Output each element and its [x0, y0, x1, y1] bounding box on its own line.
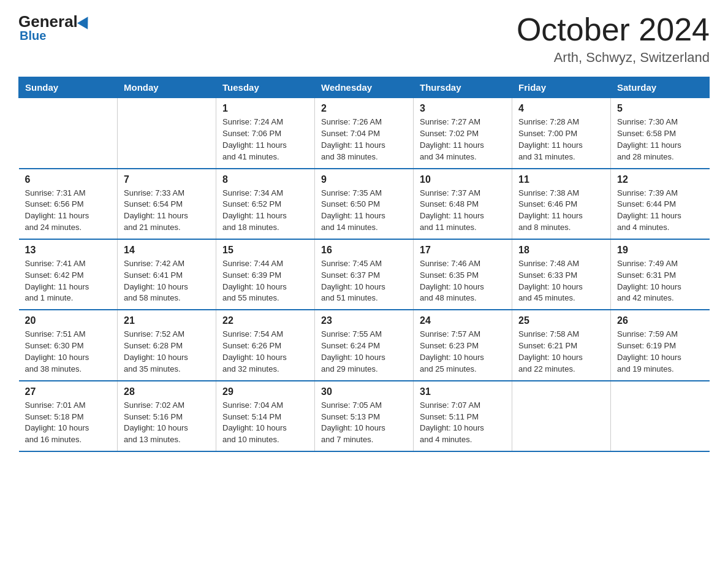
day-number: 22	[222, 315, 308, 326]
calendar-cell: 12Sunrise: 7:39 AMSunset: 6:44 PMDayligh…	[611, 169, 710, 239]
day-number: 20	[25, 315, 112, 326]
day-info: Sunrise: 7:33 AMSunset: 6:54 PMDaylight:…	[124, 188, 210, 234]
day-info: Sunrise: 7:37 AMSunset: 6:48 PMDaylight:…	[420, 188, 506, 234]
calendar-cell	[611, 381, 710, 451]
calendar-cell: 7Sunrise: 7:33 AMSunset: 6:54 PMDaylight…	[118, 169, 216, 239]
calendar-cell: 8Sunrise: 7:34 AMSunset: 6:52 PMDaylight…	[216, 169, 315, 239]
calendar-cell: 16Sunrise: 7:45 AMSunset: 6:37 PMDayligh…	[315, 239, 414, 310]
day-number: 24	[420, 315, 506, 326]
calendar-cell: 2Sunrise: 7:26 AMSunset: 7:04 PMDaylight…	[315, 98, 414, 169]
day-number: 30	[321, 386, 407, 397]
day-number: 5	[617, 103, 703, 114]
calendar-table: SundayMondayTuesdayWednesdayThursdayFrid…	[18, 77, 710, 452]
calendar-cell: 1Sunrise: 7:24 AMSunset: 7:06 PMDaylight…	[216, 98, 315, 169]
logo: General Blue	[18, 12, 91, 43]
day-info: Sunrise: 7:04 AMSunset: 5:14 PMDaylight:…	[222, 400, 308, 446]
calendar-week-row: 6Sunrise: 7:31 AMSunset: 6:56 PMDaylight…	[19, 169, 710, 239]
day-number: 11	[518, 174, 604, 185]
calendar-cell: 13Sunrise: 7:41 AMSunset: 6:42 PMDayligh…	[19, 239, 118, 310]
day-info: Sunrise: 7:46 AMSunset: 6:35 PMDaylight:…	[420, 258, 506, 304]
calendar-cell: 25Sunrise: 7:58 AMSunset: 6:21 PMDayligh…	[512, 310, 611, 380]
day-number: 6	[25, 174, 112, 185]
calendar-cell: 23Sunrise: 7:55 AMSunset: 6:24 PMDayligh…	[315, 310, 414, 380]
calendar-cell: 30Sunrise: 7:05 AMSunset: 5:13 PMDayligh…	[315, 381, 414, 451]
day-info: Sunrise: 7:02 AMSunset: 5:16 PMDaylight:…	[124, 400, 210, 446]
day-info: Sunrise: 7:24 AMSunset: 7:06 PMDaylight:…	[222, 117, 308, 163]
location-text: Arth, Schwyz, Switzerland	[517, 50, 710, 66]
calendar-cell: 31Sunrise: 7:07 AMSunset: 5:11 PMDayligh…	[414, 381, 512, 451]
calendar-week-row: 27Sunrise: 7:01 AMSunset: 5:18 PMDayligh…	[19, 381, 710, 451]
calendar-cell	[512, 381, 611, 451]
calendar-cell: 14Sunrise: 7:42 AMSunset: 6:41 PMDayligh…	[118, 239, 216, 310]
day-number: 3	[420, 103, 506, 114]
logo-blue-text: Blue	[20, 29, 46, 43]
day-number: 29	[222, 386, 308, 397]
column-header-saturday: Saturday	[611, 77, 710, 98]
day-number: 2	[321, 103, 407, 114]
day-number: 16	[321, 245, 407, 256]
calendar-cell: 4Sunrise: 7:28 AMSunset: 7:00 PMDaylight…	[512, 98, 611, 169]
day-info: Sunrise: 7:44 AMSunset: 6:39 PMDaylight:…	[222, 258, 308, 304]
calendar-cell	[118, 98, 216, 169]
day-number: 23	[321, 315, 407, 326]
day-info: Sunrise: 7:55 AMSunset: 6:24 PMDaylight:…	[321, 329, 407, 375]
day-number: 12	[617, 174, 703, 185]
day-number: 1	[222, 103, 308, 114]
calendar-cell: 18Sunrise: 7:48 AMSunset: 6:33 PMDayligh…	[512, 239, 611, 310]
calendar-week-row: 1Sunrise: 7:24 AMSunset: 7:06 PMDaylight…	[19, 98, 710, 169]
calendar-cell: 26Sunrise: 7:59 AMSunset: 6:19 PMDayligh…	[611, 310, 710, 380]
day-info: Sunrise: 7:39 AMSunset: 6:44 PMDaylight:…	[617, 188, 703, 234]
calendar-cell	[19, 98, 118, 169]
calendar-cell: 15Sunrise: 7:44 AMSunset: 6:39 PMDayligh…	[216, 239, 315, 310]
day-info: Sunrise: 7:51 AMSunset: 6:30 PMDaylight:…	[25, 329, 112, 375]
day-info: Sunrise: 7:34 AMSunset: 6:52 PMDaylight:…	[222, 188, 308, 234]
column-header-wednesday: Wednesday	[315, 77, 414, 98]
day-info: Sunrise: 7:30 AMSunset: 6:58 PMDaylight:…	[617, 117, 703, 163]
calendar-header-row: SundayMondayTuesdayWednesdayThursdayFrid…	[19, 77, 710, 98]
day-number: 10	[420, 174, 506, 185]
day-info: Sunrise: 7:27 AMSunset: 7:02 PMDaylight:…	[420, 117, 506, 163]
calendar-cell: 11Sunrise: 7:38 AMSunset: 6:46 PMDayligh…	[512, 169, 611, 239]
day-number: 28	[124, 386, 210, 397]
day-number: 9	[321, 174, 407, 185]
column-header-monday: Monday	[118, 77, 216, 98]
calendar-cell: 29Sunrise: 7:04 AMSunset: 5:14 PMDayligh…	[216, 381, 315, 451]
day-info: Sunrise: 7:35 AMSunset: 6:50 PMDaylight:…	[321, 188, 407, 234]
day-info: Sunrise: 7:31 AMSunset: 6:56 PMDaylight:…	[25, 188, 112, 234]
day-number: 13	[25, 245, 112, 256]
day-number: 18	[518, 245, 604, 256]
day-info: Sunrise: 7:07 AMSunset: 5:11 PMDaylight:…	[420, 400, 506, 446]
day-number: 14	[124, 245, 210, 256]
calendar-cell: 3Sunrise: 7:27 AMSunset: 7:02 PMDaylight…	[414, 98, 512, 169]
day-number: 27	[25, 386, 112, 397]
column-header-friday: Friday	[512, 77, 611, 98]
calendar-cell: 19Sunrise: 7:49 AMSunset: 6:31 PMDayligh…	[611, 239, 710, 310]
calendar-week-row: 13Sunrise: 7:41 AMSunset: 6:42 PMDayligh…	[19, 239, 710, 310]
calendar-week-row: 20Sunrise: 7:51 AMSunset: 6:30 PMDayligh…	[19, 310, 710, 380]
day-info: Sunrise: 7:48 AMSunset: 6:33 PMDaylight:…	[518, 258, 604, 304]
calendar-cell: 10Sunrise: 7:37 AMSunset: 6:48 PMDayligh…	[414, 169, 512, 239]
calendar-cell: 24Sunrise: 7:57 AMSunset: 6:23 PMDayligh…	[414, 310, 512, 380]
day-info: Sunrise: 7:45 AMSunset: 6:37 PMDaylight:…	[321, 258, 407, 304]
day-info: Sunrise: 7:41 AMSunset: 6:42 PMDaylight:…	[25, 258, 112, 304]
day-number: 4	[518, 103, 604, 114]
title-area: October 2024 Arth, Schwyz, Switzerland	[517, 12, 710, 66]
calendar-cell: 5Sunrise: 7:30 AMSunset: 6:58 PMDaylight…	[611, 98, 710, 169]
day-number: 8	[222, 174, 308, 185]
calendar-cell: 17Sunrise: 7:46 AMSunset: 6:35 PMDayligh…	[414, 239, 512, 310]
column-header-thursday: Thursday	[414, 77, 512, 98]
column-header-sunday: Sunday	[19, 77, 118, 98]
calendar-cell: 21Sunrise: 7:52 AMSunset: 6:28 PMDayligh…	[118, 310, 216, 380]
day-number: 26	[617, 315, 703, 326]
column-header-tuesday: Tuesday	[216, 77, 315, 98]
logo-triangle-icon	[77, 13, 93, 29]
calendar-cell: 22Sunrise: 7:54 AMSunset: 6:26 PMDayligh…	[216, 310, 315, 380]
day-info: Sunrise: 7:49 AMSunset: 6:31 PMDaylight:…	[617, 258, 703, 304]
calendar-cell: 6Sunrise: 7:31 AMSunset: 6:56 PMDaylight…	[19, 169, 118, 239]
day-number: 25	[518, 315, 604, 326]
day-info: Sunrise: 7:57 AMSunset: 6:23 PMDaylight:…	[420, 329, 506, 375]
day-info: Sunrise: 7:38 AMSunset: 6:46 PMDaylight:…	[518, 188, 604, 234]
day-info: Sunrise: 7:52 AMSunset: 6:28 PMDaylight:…	[124, 329, 210, 375]
day-number: 19	[617, 245, 703, 256]
day-info: Sunrise: 7:54 AMSunset: 6:26 PMDaylight:…	[222, 329, 308, 375]
